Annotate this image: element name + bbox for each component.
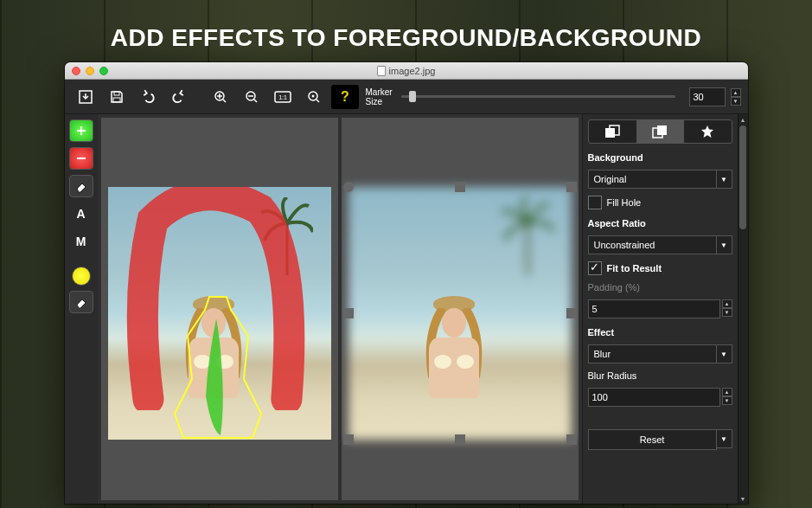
zoom-window-button[interactable] xyxy=(99,67,108,75)
svg-rect-13 xyxy=(657,125,667,135)
crop-handle[interactable] xyxy=(566,434,577,445)
tab-favorites[interactable] xyxy=(684,120,732,143)
scroll-up-icon[interactable]: ▲ xyxy=(738,114,748,125)
stepper-down-icon[interactable]: ▼ xyxy=(722,308,732,317)
undo-button[interactable] xyxy=(134,85,162,109)
chevron-down-icon[interactable]: ▼ xyxy=(717,344,732,363)
padding-input[interactable]: 5 xyxy=(588,299,720,318)
source-image xyxy=(108,187,331,440)
crop-handle[interactable] xyxy=(455,434,465,445)
tool-palette: A M xyxy=(65,114,98,504)
vertical-scrollbar[interactable]: ▲ ▼ xyxy=(738,114,748,504)
eraser-tool-2[interactable] xyxy=(69,291,93,313)
file-icon xyxy=(377,66,386,76)
reset-button-row: Reset ▼ xyxy=(588,429,732,450)
stepper-up-icon[interactable]: ▲ xyxy=(722,388,732,396)
auto-mode-button[interactable]: A xyxy=(69,203,93,225)
background-section-label: Background xyxy=(588,152,732,163)
aspect-ratio-select[interactable]: Unconstrained ▼ xyxy=(588,235,732,254)
titlebar: image2.jpg xyxy=(65,62,748,80)
chevron-down-icon[interactable]: ▼ xyxy=(717,429,732,448)
manual-mode-button[interactable]: M xyxy=(69,230,93,253)
chevron-down-icon[interactable]: ▼ xyxy=(717,170,732,189)
outline-tool[interactable] xyxy=(72,267,91,286)
marker-size-stepper[interactable]: ▲▼ xyxy=(731,88,741,106)
reset-button[interactable]: Reset xyxy=(588,429,717,450)
subject xyxy=(175,296,253,434)
help-button[interactable]: ? xyxy=(331,85,359,109)
stepper-down-icon[interactable]: ▼ xyxy=(731,97,741,106)
left-editing-pane[interactable] xyxy=(101,118,338,500)
blur-radius-input[interactable]: 100 xyxy=(588,388,720,407)
download-button[interactable] xyxy=(72,85,99,109)
minimize-window-button[interactable] xyxy=(86,67,94,75)
svg-text:1:1: 1:1 xyxy=(278,94,287,100)
padding-stepper[interactable]: ▲▼ xyxy=(722,299,732,318)
tab-background[interactable] xyxy=(636,120,684,143)
scroll-down-icon[interactable]: ▼ xyxy=(738,493,748,504)
eraser-tool[interactable] xyxy=(69,175,93,197)
crop-handle[interactable] xyxy=(566,182,577,192)
save-button[interactable] xyxy=(103,85,131,109)
crop-handle[interactable] xyxy=(566,308,577,318)
headline: ADD EFFECTS TO FOREGROUND/BACKGROUND xyxy=(0,0,812,62)
zoom-fit-button[interactable] xyxy=(300,85,328,109)
aspect-ratio-label: Aspect Ratio xyxy=(588,218,732,228)
content-area: A M xyxy=(65,114,748,504)
marker-size-input[interactable]: 30 xyxy=(689,87,726,106)
traffic-lights xyxy=(72,67,108,75)
redo-button[interactable] xyxy=(165,85,193,109)
close-window-button[interactable] xyxy=(72,67,80,75)
blur-radius-stepper[interactable]: ▲▼ xyxy=(722,388,732,407)
tab-foreground[interactable] xyxy=(589,120,636,143)
stepper-up-icon[interactable]: ▲ xyxy=(722,299,732,308)
scroll-thumb[interactable] xyxy=(739,125,746,229)
fill-hole-checkbox[interactable] xyxy=(588,196,602,209)
properties-panel: Background Original ▼ Fill Hole Aspect R… xyxy=(582,114,738,504)
window-title: image2.jpg xyxy=(377,66,436,76)
right-preview-pane[interactable] xyxy=(342,118,579,500)
toolbar: 1:1 ? Marker Size 30 ▲▼ xyxy=(65,80,748,114)
canvas-area xyxy=(98,114,582,504)
zoom-in-button[interactable] xyxy=(207,85,234,109)
fill-hole-label: Fill Hole xyxy=(607,197,642,208)
blur-radius-label: Blur Radius xyxy=(588,370,732,381)
crop-handle[interactable] xyxy=(343,434,354,445)
crop-handle[interactable] xyxy=(343,182,354,192)
panel-tabs xyxy=(588,119,732,144)
marker-size-label: Marker Size xyxy=(366,87,393,106)
crop-handle[interactable] xyxy=(455,182,465,192)
svg-text:?: ? xyxy=(341,89,349,104)
stepper-up-icon[interactable]: ▲ xyxy=(731,88,741,97)
remove-background-tool[interactable] xyxy=(69,147,93,170)
crop-handle[interactable] xyxy=(343,308,354,318)
svg-point-8 xyxy=(311,94,314,97)
app-window: image2.jpg 1:1 ? Mark xyxy=(65,62,748,504)
effect-select[interactable]: Blur ▼ xyxy=(588,344,732,363)
fit-to-result-checkbox[interactable] xyxy=(588,261,602,275)
stepper-down-icon[interactable]: ▼ xyxy=(722,396,732,405)
add-foreground-tool[interactable] xyxy=(69,119,93,142)
effect-section-label: Effect xyxy=(588,327,732,338)
chevron-down-icon[interactable]: ▼ xyxy=(717,235,732,254)
fit-to-result-label: Fit to Result xyxy=(607,263,662,273)
filename-label: image2.jpg xyxy=(389,66,436,76)
zoom-1to1-button[interactable]: 1:1 xyxy=(269,85,297,109)
zoom-out-button[interactable] xyxy=(238,85,265,109)
background-mode-select[interactable]: Original ▼ xyxy=(588,170,732,189)
preview-subject xyxy=(415,296,493,434)
marker-size-slider[interactable] xyxy=(401,95,675,98)
padding-label: Padding (%) xyxy=(588,282,732,293)
